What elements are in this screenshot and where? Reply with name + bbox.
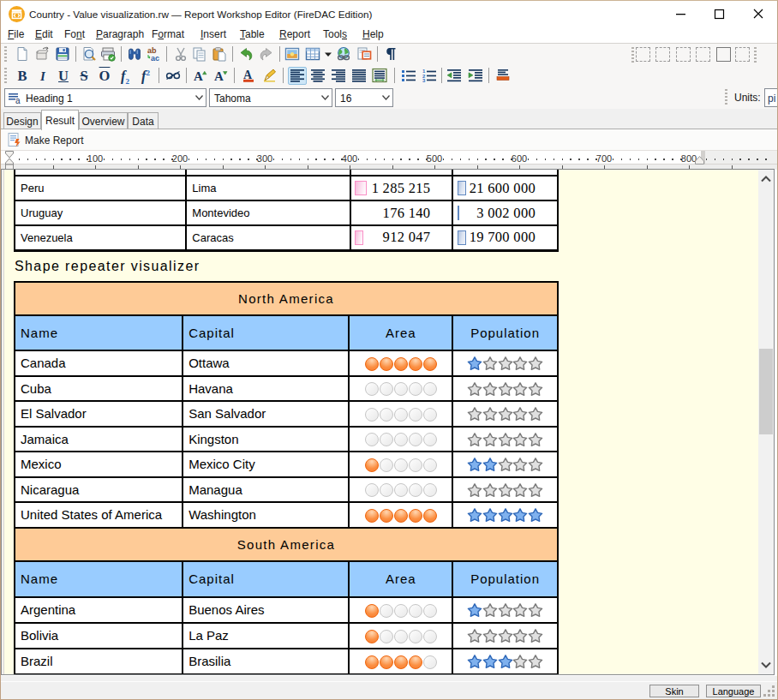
svg-text:A: A — [243, 69, 253, 81]
svg-text:A: A — [214, 69, 224, 83]
svg-text:a: a — [15, 96, 21, 105]
svg-text:A: A — [194, 69, 203, 83]
svg-text:ac: ac — [151, 54, 159, 62]
svg-text:3: 3 — [422, 78, 426, 83]
